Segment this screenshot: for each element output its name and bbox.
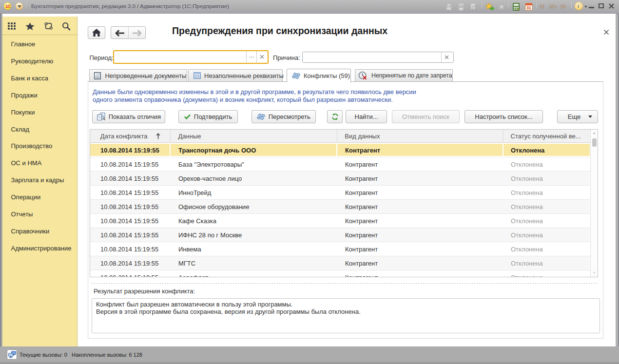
svg-text:31: 31 — [526, 5, 531, 10]
